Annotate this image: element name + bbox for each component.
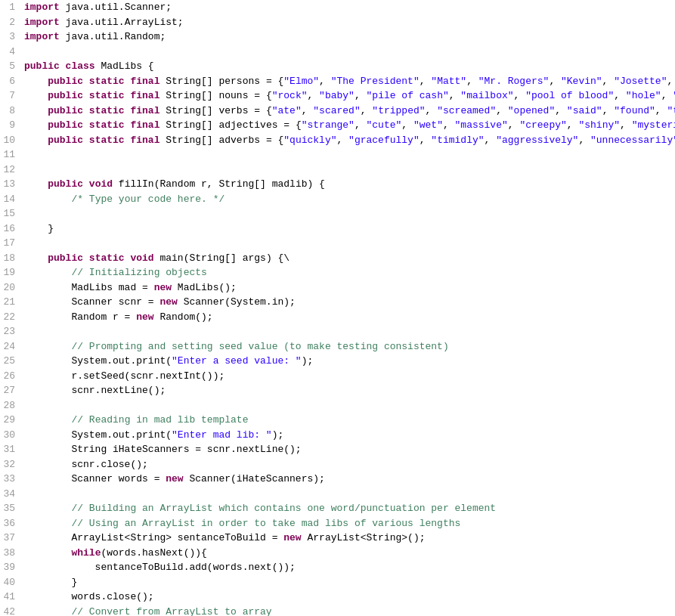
code-segment: , — [449, 90, 461, 101]
code-line: 19 // Initializing objects — [0, 265, 675, 280]
code-segment: String[] verbs = { — [159, 105, 271, 116]
code-segment: , — [555, 105, 567, 116]
code-segment: , — [337, 135, 349, 146]
code-line: 34 — [0, 487, 675, 502]
code-segment — [24, 414, 71, 426]
code-segment: , — [496, 105, 508, 116]
line-number: 25 — [0, 354, 21, 369]
code-segment: public static final — [48, 135, 159, 146]
code-line: 11 — [0, 147, 675, 163]
code-segment: MadLibs { — [95, 60, 154, 72]
line-content — [21, 163, 675, 178]
line-number: 1 — [0, 0, 21, 15]
code-line: 9 public static final String[] adjective… — [0, 118, 675, 133]
code-segment: "wet" — [413, 119, 443, 131]
code-line: 42 // Convert from ArrayList to array — [0, 605, 675, 617]
code-segment: (words.hasNext()){ — [101, 547, 206, 559]
line-number: 34 — [0, 487, 21, 502]
code-line: 17 — [0, 236, 675, 251]
code-line: 23 — [0, 324, 675, 339]
code-segment: , — [661, 90, 673, 101]
line-content: scnr.nextLine(); — [21, 383, 675, 398]
code-segment: main(String[] args) {\ — [154, 252, 290, 264]
line-number: 6 — [0, 74, 21, 89]
line-number: 33 — [0, 472, 21, 487]
code-segment: , — [578, 135, 590, 146]
code-segment: System.out.print( — [24, 429, 172, 441]
code-segment: "threw" — [667, 105, 675, 116]
code-segment — [24, 252, 48, 264]
line-number: 30 — [0, 428, 21, 443]
code-segment — [24, 135, 48, 146]
code-segment: "scared" — [313, 105, 360, 116]
code-segment: } — [24, 577, 77, 588]
line-content: public static final String[] verbs = {"a… — [21, 104, 675, 119]
code-segment — [24, 547, 71, 559]
code-segment: , — [620, 119, 632, 131]
line-content — [21, 398, 675, 413]
code-segment: "Mr. Rogers" — [478, 76, 550, 87]
code-segment: "gracefully" — [348, 135, 420, 146]
code-segment: , — [426, 105, 438, 116]
code-segment: "opened" — [508, 105, 555, 116]
code-line: 14 /* Type your code here. */ — [0, 192, 675, 207]
line-content: /* Type your code here. */ — [21, 192, 675, 207]
line-content: ArrayList<String> sentanceToBuild = new … — [21, 531, 675, 546]
code-segment: "shiny" — [578, 119, 620, 131]
line-number: 12 — [0, 163, 21, 178]
code-segment: public static final — [48, 90, 159, 101]
code-segment: "Kevin" — [561, 76, 602, 87]
code-line: 28 — [0, 398, 675, 413]
line-content: import java.util.ArrayList; — [21, 15, 675, 30]
code-segment: import — [24, 2, 60, 13]
code-line: 12 — [0, 163, 675, 178]
code-segment — [24, 119, 48, 131]
code-segment: r.setSeed(scnr.nextInt()); — [24, 370, 224, 382]
code-segment: Scanner words = — [24, 473, 166, 484]
code-segment: "massive" — [455, 119, 508, 131]
line-number: 18 — [0, 251, 21, 266]
line-content — [21, 324, 675, 339]
code-segment: "Enter a seed value: " — [172, 355, 302, 367]
line-number: 4 — [0, 45, 21, 60]
line-number: 28 — [0, 398, 21, 413]
line-number: 26 — [0, 369, 21, 384]
code-segment: "screamed" — [437, 105, 496, 116]
code-segment: , — [355, 119, 367, 131]
line-number: 35 — [0, 501, 21, 516]
code-segment: , — [567, 119, 579, 131]
code-segment — [24, 105, 48, 116]
code-segment: "creepy" — [519, 119, 566, 131]
code-line: 30 System.out.print("Enter mad lib: "); — [0, 428, 675, 443]
code-line: 39 sentanceToBuild.add(words.next()); — [0, 560, 675, 575]
code-segment: System.out.print( — [24, 355, 172, 367]
code-segment: new — [159, 296, 177, 308]
line-content: while(words.hasNext()){ — [21, 546, 675, 561]
line-number: 37 — [0, 531, 21, 546]
code-segment: public static void — [48, 252, 153, 264]
line-content: // Building an ArrayList which contains … — [21, 501, 675, 516]
code-segment: , — [655, 105, 667, 116]
code-line: 31 String iHateScanners = scnr.nextLine(… — [0, 442, 675, 457]
code-segment: String[] adjectives = { — [159, 119, 301, 131]
code-segment: "rock" — [272, 90, 308, 101]
code-line: 3import java.util.Random; — [0, 29, 675, 45]
line-content: sentanceToBuild.add(words.next()); — [21, 560, 675, 575]
code-segment: java.util.Scanner; — [60, 2, 172, 13]
code-segment: MadLibs mad = — [24, 282, 154, 293]
code-segment: , — [443, 119, 455, 131]
line-number: 2 — [0, 15, 21, 30]
code-line: 24 // Prompting and setting seed value (… — [0, 339, 675, 354]
line-number: 29 — [0, 413, 21, 428]
line-content: String iHateScanners = scnr.nextLine(); — [21, 442, 675, 457]
line-content: // Using an ArrayList in order to take m… — [21, 516, 675, 531]
code-segment: String[] adverbs = { — [159, 135, 283, 146]
code-line: 5public class MadLibs { — [0, 59, 675, 74]
line-number: 27 — [0, 383, 21, 398]
line-content: MadLibs mad = new MadLibs(); — [21, 280, 675, 296]
code-segment: "found" — [614, 105, 655, 116]
line-content: public static final String[] adjectives … — [21, 118, 675, 133]
code-segment: import — [24, 31, 60, 42]
code-line: 27 scnr.nextLine(); — [0, 383, 675, 398]
code-segment: , — [602, 105, 615, 116]
